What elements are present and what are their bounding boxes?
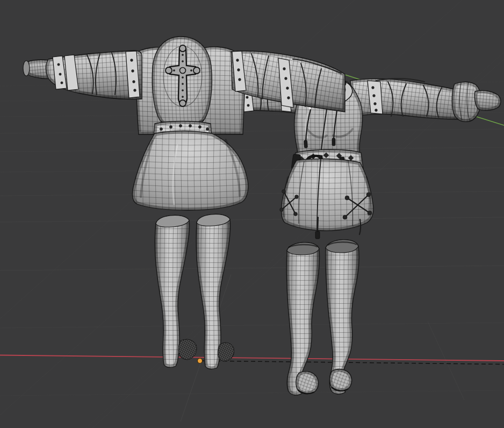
sleeve-end-cap [23, 61, 30, 76]
drawstring-aglet [332, 138, 335, 146]
zipper-pull [315, 231, 320, 239]
object-origin-indicator [198, 359, 203, 363]
blender-3d-viewport[interactable]: S [0, 0, 504, 428]
drawstring-aglet [304, 140, 308, 148]
viewport-canvas[interactable]: S [0, 0, 504, 428]
